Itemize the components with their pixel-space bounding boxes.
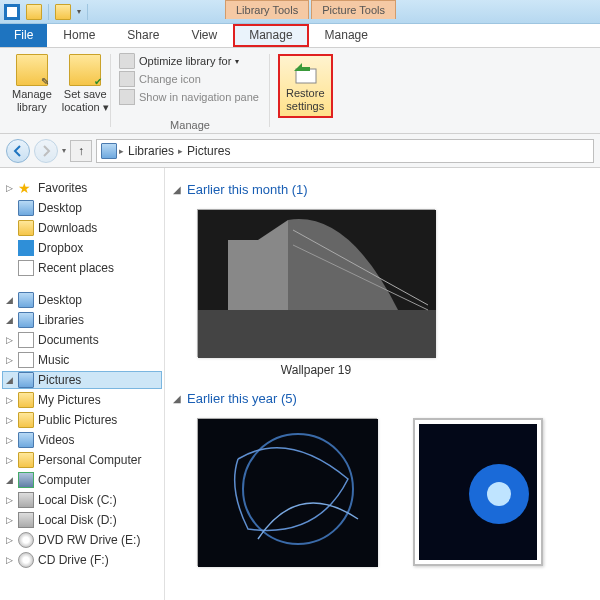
new-folder-icon[interactable] — [26, 4, 42, 20]
ribbon-tab-strip: File Home Share View Manage Manage — [0, 24, 600, 48]
computer-icon — [18, 472, 34, 488]
libraries-node[interactable]: ◢Libraries — [2, 311, 162, 329]
context-tab-library-tools[interactable]: Library Tools — [225, 0, 309, 19]
file-item[interactable]: Wallpaper 19 — [197, 209, 435, 377]
cd-drive-icon — [18, 552, 34, 568]
folder-qat-icon[interactable] — [55, 4, 71, 20]
chevron-down-icon: ◢ — [173, 184, 181, 195]
separator — [87, 4, 88, 20]
sidebar-item-my-pictures[interactable]: ▷My Pictures — [2, 391, 162, 409]
context-tab-picture-tools[interactable]: Picture Tools — [311, 0, 396, 19]
sidebar-item-videos[interactable]: ▷Videos — [2, 431, 162, 449]
sidebar-item-pictures[interactable]: ◢Pictures — [2, 371, 162, 389]
qat-dropdown-icon[interactable]: ▾ — [77, 7, 81, 16]
music-icon — [18, 352, 34, 368]
file-item[interactable] — [197, 418, 377, 566]
sidebar-item-personal-computer[interactable]: ▷Personal Computer — [2, 451, 162, 469]
navigation-pane: ▷★Favorites Desktop Downloads Dropbox Re… — [0, 168, 165, 600]
desktop-icon — [18, 200, 34, 216]
file-item[interactable] — [413, 418, 543, 566]
desktop-node[interactable]: ◢Desktop — [2, 291, 162, 309]
tab-home[interactable]: Home — [47, 24, 111, 47]
hard-disk-icon — [18, 492, 34, 508]
thumbnail — [197, 209, 435, 357]
separator — [48, 4, 49, 20]
group-header-this-month[interactable]: ◢ Earlier this month (1) — [173, 182, 592, 197]
library-icon: ✎ — [16, 54, 48, 86]
sidebar-item-drive-e[interactable]: ▷DVD RW Drive (E:) — [2, 531, 162, 549]
sidebar-item-public-pictures[interactable]: ▷Public Pictures — [2, 411, 162, 429]
pc-icon — [18, 452, 34, 468]
address-bar[interactable]: ▸ Libraries ▸ Pictures — [96, 139, 594, 163]
breadcrumb-libraries[interactable]: Libraries — [126, 144, 176, 158]
set-save-location-button[interactable]: ✔ Set save location ▾ — [58, 52, 113, 116]
file-label: Wallpaper 19 — [197, 363, 435, 377]
sidebar-item-drive-c[interactable]: ▷Local Disk (C:) — [2, 491, 162, 509]
pictures-icon — [18, 372, 34, 388]
tab-manage-picture[interactable]: Manage — [309, 24, 384, 47]
history-dropdown-icon[interactable]: ▾ — [62, 146, 66, 155]
navbar: ▾ ↑ ▸ Libraries ▸ Pictures — [0, 134, 600, 168]
content-area: ◢ Earlier this month (1) Wallpaper 19 ◢ … — [165, 168, 600, 600]
tab-share[interactable]: Share — [111, 24, 175, 47]
sidebar-item-dropbox[interactable]: Dropbox — [2, 239, 162, 257]
sidebar-item-downloads[interactable]: Downloads — [2, 219, 162, 237]
app-icon — [4, 4, 20, 20]
tab-view[interactable]: View — [175, 24, 233, 47]
ribbon: ✎ Manage library ✔ Set save location ▾ O… — [0, 48, 600, 134]
recent-icon — [18, 260, 34, 276]
up-button[interactable]: ↑ — [70, 140, 92, 162]
main-area: ▷★Favorites Desktop Downloads Dropbox Re… — [0, 168, 600, 600]
thumbnail — [413, 418, 543, 566]
svg-rect-7 — [198, 419, 378, 567]
manage-library-button[interactable]: ✎ Manage library — [8, 52, 56, 116]
tab-manage-library[interactable]: Manage — [233, 24, 308, 47]
svg-rect-4 — [198, 310, 436, 358]
thumbnail — [197, 418, 377, 566]
nav-pane-icon — [119, 89, 135, 105]
chevron-right-icon[interactable]: ▸ — [178, 146, 183, 156]
dropbox-icon — [18, 240, 34, 256]
favorites-node[interactable]: ▷★Favorites — [2, 179, 162, 197]
sidebar-item-music[interactable]: ▷Music — [2, 351, 162, 369]
sidebar-item-drive-d[interactable]: ▷Local Disk (D:) — [2, 511, 162, 529]
svg-rect-1 — [7, 7, 17, 17]
save-location-icon: ✔ — [69, 54, 101, 86]
chevron-right-icon[interactable]: ▸ — [119, 146, 124, 156]
optimize-library-button[interactable]: Optimize library for ▾ — [119, 52, 261, 70]
file-tab[interactable]: File — [0, 24, 47, 47]
breadcrumb-pictures[interactable]: Pictures — [185, 144, 232, 158]
sidebar-item-documents[interactable]: ▷Documents — [2, 331, 162, 349]
sidebar-item-recent[interactable]: Recent places — [2, 259, 162, 277]
hard-disk-icon — [18, 512, 34, 528]
folder-icon — [18, 392, 34, 408]
star-icon: ★ — [18, 180, 34, 196]
optimize-icon — [119, 53, 135, 69]
documents-icon — [18, 332, 34, 348]
downloads-icon — [18, 220, 34, 236]
show-in-nav-button[interactable]: Show in navigation pane — [119, 88, 261, 106]
sidebar-item-drive-f[interactable]: ▷CD Drive (F:) — [2, 551, 162, 569]
restore-settings-button[interactable]: Restore settings — [278, 54, 333, 118]
dvd-drive-icon — [18, 532, 34, 548]
videos-icon — [18, 432, 34, 448]
folder-icon — [18, 412, 34, 428]
ribbon-group-label: Manage — [111, 119, 269, 131]
computer-node[interactable]: ◢Computer — [2, 471, 162, 489]
libraries-icon — [18, 312, 34, 328]
svg-rect-2 — [296, 69, 316, 83]
titlebar: ▾ Library Tools Picture Tools — [0, 0, 600, 24]
chevron-down-icon: ◢ — [173, 393, 181, 404]
back-button[interactable] — [6, 139, 30, 163]
group-header-this-year[interactable]: ◢ Earlier this year (5) — [173, 391, 592, 406]
sidebar-item-desktop[interactable]: Desktop — [2, 199, 162, 217]
change-icon-icon — [119, 71, 135, 87]
change-icon-button[interactable]: Change icon — [119, 70, 261, 88]
location-icon — [101, 143, 117, 159]
svg-point-11 — [487, 482, 511, 506]
forward-button[interactable] — [34, 139, 58, 163]
desktop-icon — [18, 292, 34, 308]
restore-icon — [290, 59, 320, 85]
